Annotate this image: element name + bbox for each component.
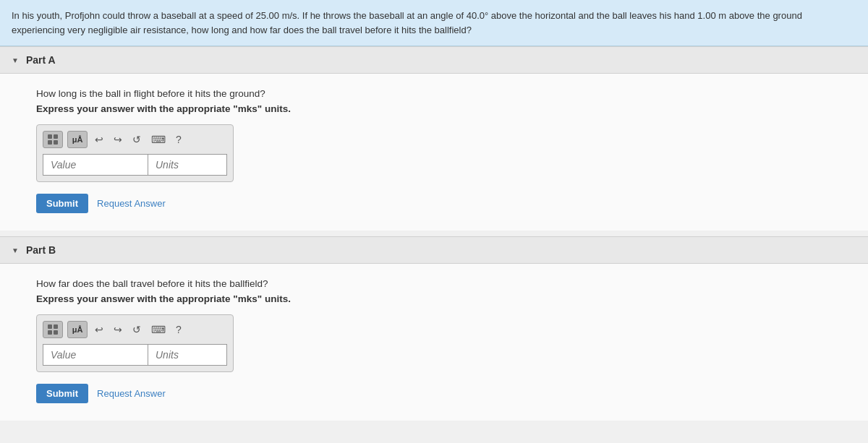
svg-rect-6 [48, 330, 52, 335]
part-b-section: ▼ Part B How far does the ball travel be… [0, 236, 868, 421]
part-a-value-input[interactable] [43, 154, 148, 176]
redo-button-a[interactable]: ↪ [111, 132, 125, 147]
redo-button-b[interactable]: ↪ [111, 322, 125, 337]
part-a-toolbar: μÅ ↩ ↪ ↺ ⌨ ? [43, 131, 227, 148]
part-b-request-answer-link[interactable]: Request Answer [97, 388, 166, 399]
mu-label-b: μÅ [72, 325, 83, 334]
part-a-actions: Submit Request Answer [36, 194, 832, 213]
part-b-toolbar: μÅ ↩ ↪ ↺ ⌨ ? [43, 321, 227, 338]
svg-rect-5 [54, 324, 58, 329]
part-b-question: How far does the ball travel before it h… [36, 278, 832, 289]
keyboard-icon-b: ⌨ [151, 324, 166, 335]
part-b-units-input[interactable] [148, 344, 227, 366]
undo-button-b[interactable]: ↩ [92, 322, 106, 337]
refresh-icon-b: ↺ [132, 324, 141, 335]
help-button-a[interactable]: ? [173, 132, 184, 147]
keyboard-button-a[interactable]: ⌨ [148, 132, 169, 147]
svg-rect-3 [54, 140, 58, 145]
problem-text: In his youth, Profjohn could throw a bas… [12, 10, 802, 35]
help-button-b[interactable]: ? [173, 322, 184, 337]
svg-rect-0 [48, 134, 52, 139]
matrix-icon-b [47, 324, 59, 335]
part-a-body: How long is the ball in flight before it… [0, 74, 868, 231]
part-a-header[interactable]: ▼ Part A [0, 46, 868, 74]
part-b-instruction: Express your answer with the appropriate… [36, 293, 832, 304]
part-a-section: ▼ Part A How long is the ball in flight … [0, 46, 868, 231]
part-a-submit-label: Submit [46, 198, 78, 209]
part-a-input-row [43, 154, 227, 176]
keyboard-icon-a: ⌨ [151, 134, 166, 145]
undo-icon-a: ↩ [95, 134, 103, 145]
svg-rect-4 [48, 324, 52, 329]
problem-statement: In his youth, Profjohn could throw a bas… [0, 0, 868, 46]
part-a-request-answer-link[interactable]: Request Answer [97, 198, 166, 209]
part-b-body: How far does the ball travel before it h… [0, 264, 868, 421]
part-b-widget: μÅ ↩ ↪ ↺ ⌨ ? [36, 314, 234, 372]
refresh-icon-a: ↺ [132, 134, 141, 145]
matrix-button-b[interactable] [43, 321, 63, 338]
redo-icon-b: ↪ [114, 324, 122, 335]
part-a-widget: μÅ ↩ ↪ ↺ ⌨ ? [36, 124, 234, 182]
part-a-submit-button[interactable]: Submit [36, 194, 88, 213]
mu-button-b[interactable]: μÅ [67, 321, 88, 338]
svg-rect-1 [54, 134, 58, 139]
part-b-submit-label: Submit [46, 388, 78, 399]
help-icon-a: ? [176, 134, 182, 145]
part-b-value-input[interactable] [43, 344, 148, 366]
svg-rect-2 [48, 140, 52, 145]
part-a-units-input[interactable] [148, 154, 227, 176]
undo-icon-b: ↩ [95, 324, 103, 335]
main-content: ▼ Part A How long is the ball in flight … [0, 46, 868, 421]
part-divider [0, 231, 868, 236]
keyboard-button-b[interactable]: ⌨ [148, 322, 169, 337]
part-a-question: How long is the ball in flight before it… [36, 88, 832, 99]
part-b-submit-button[interactable]: Submit [36, 384, 88, 403]
part-b-actions: Submit Request Answer [36, 384, 832, 403]
help-icon-b: ? [176, 324, 182, 335]
undo-button-a[interactable]: ↩ [92, 132, 106, 147]
redo-icon-a: ↪ [114, 134, 122, 145]
part-b-input-row [43, 344, 227, 366]
matrix-button-a[interactable] [43, 131, 63, 148]
part-b-request-label: Request Answer [97, 388, 166, 399]
refresh-button-a[interactable]: ↺ [129, 132, 144, 147]
svg-rect-7 [54, 330, 58, 335]
matrix-icon-a [47, 134, 59, 145]
part-a-title: Part A [26, 54, 56, 66]
chevron-down-icon-a: ▼ [12, 56, 19, 64]
part-b-header[interactable]: ▼ Part B [0, 236, 868, 264]
part-b-title: Part B [26, 244, 56, 256]
part-a-request-label: Request Answer [97, 198, 166, 209]
refresh-button-b[interactable]: ↺ [129, 322, 144, 337]
part-a-instruction: Express your answer with the appropriate… [36, 103, 832, 114]
mu-button-a[interactable]: μÅ [67, 131, 88, 148]
chevron-down-icon-b: ▼ [12, 246, 19, 254]
mu-label-a: μÅ [72, 135, 83, 144]
